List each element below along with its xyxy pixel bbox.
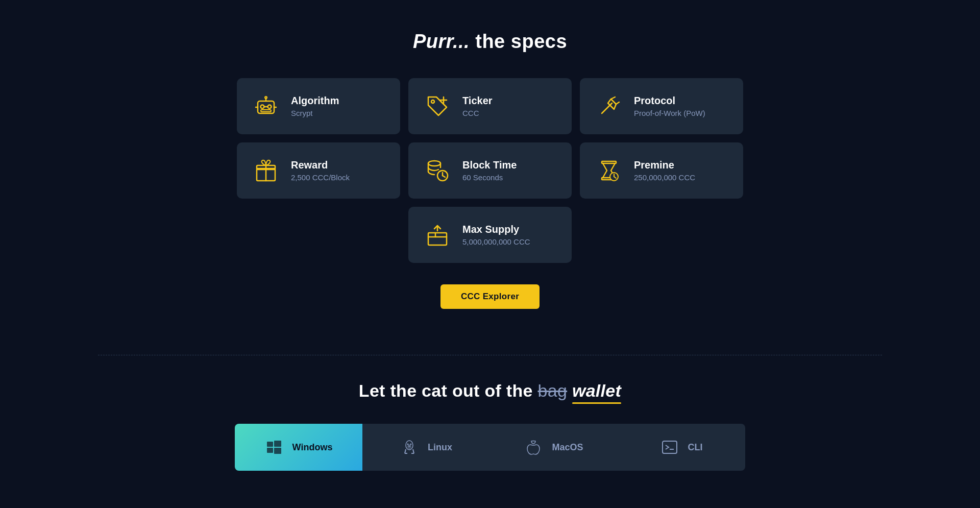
svg-rect-36: [274, 448, 281, 454]
svg-rect-34: [274, 441, 281, 447]
svg-rect-6: [261, 110, 271, 112]
spec-label-protocol: Protocol: [634, 95, 705, 107]
wallet-title-strikethrough: bag: [538, 381, 568, 400]
os-label-windows: Windows: [292, 442, 333, 453]
tag-icon: [424, 92, 451, 120]
linux-icon: [400, 438, 419, 456]
svg-line-23: [443, 176, 445, 177]
spec-text-reward: Reward 2,500 CCC/Block: [291, 159, 350, 182]
windows-icon: [265, 438, 283, 456]
spec-text-algorithm: Algorithm Scrypt: [291, 95, 339, 117]
spec-value-ticker: CCC: [462, 109, 493, 117]
specs-grid: Algorithm Scrypt T: [235, 78, 745, 263]
spec-value-protocol: Proof-of-Work (PoW): [634, 109, 705, 117]
spec-label-reward: Reward: [291, 159, 350, 171]
spec-value-reward: 2,500 CCC/Block: [291, 173, 350, 182]
database-clock-icon: [424, 157, 451, 184]
spec-label-algorithm: Algorithm: [291, 95, 339, 107]
apple-icon: [524, 438, 543, 456]
svg-line-12: [602, 103, 612, 113]
os-buttons: Windows: [235, 424, 745, 471]
svg-point-18: [428, 161, 440, 166]
spec-card-reward: Reward 2,500 CCC/Block: [237, 142, 400, 199]
spec-text-max-supply: Max Supply 5,000,000,000 CCC: [462, 224, 530, 246]
spec-label-premine: Premine: [634, 159, 695, 171]
terminal-icon: [660, 438, 679, 456]
svg-rect-41: [663, 441, 677, 453]
svg-line-13: [611, 97, 615, 99]
specs-section: Purr... the specs: [0, 31, 980, 329]
spec-label-max-supply: Max Supply: [462, 224, 530, 235]
specs-title: Purr... the specs: [413, 31, 567, 53]
page-wrapper: Purr... the specs: [0, 0, 980, 508]
spec-text-block-time: Block Time 60 Seconds: [462, 159, 517, 182]
svg-rect-24: [602, 161, 616, 163]
os-label-macos: MacOS: [552, 442, 583, 453]
spec-value-max-supply: 5,000,000,000 CCC: [462, 237, 530, 246]
spec-text-protocol: Protocol Proof-of-Work (PoW): [634, 95, 705, 117]
os-button-linux[interactable]: Linux: [362, 424, 490, 471]
wallet-title: Let the cat out of the bag wallet: [359, 381, 621, 401]
section-divider: [98, 355, 882, 355]
wallet-section: Let the cat out of the bag wallet Window…: [0, 381, 980, 486]
pickaxe-icon: [595, 92, 623, 120]
wallet-title-italic: wallet: [572, 381, 621, 401]
specs-row-2: Reward 2,500 CCC/Block: [235, 142, 745, 199]
spec-label-ticker: Ticker: [462, 95, 493, 107]
os-label-linux: Linux: [428, 442, 452, 453]
spec-text-premine: Premine 250,000,000 CCC: [634, 159, 695, 182]
spec-card-max-supply: Max Supply 5,000,000,000 CCC: [408, 207, 572, 263]
spec-card-protocol: Protocol Proof-of-Work (PoW): [580, 78, 743, 134]
spec-value-block-time: 60 Seconds: [462, 173, 517, 182]
os-button-cli[interactable]: CLI: [618, 424, 745, 471]
spec-card-premine: Premine 250,000,000 CCC: [580, 142, 743, 199]
svg-point-38: [407, 444, 411, 449]
spec-label-block-time: Block Time: [462, 159, 517, 171]
svg-point-39: [407, 444, 409, 445]
spec-value-premine: 250,000,000 CCC: [634, 173, 695, 182]
gift-icon: [252, 157, 280, 184]
robot-icon: [252, 92, 280, 120]
spec-card-ticker: Ticker CCC: [408, 78, 572, 134]
svg-point-40: [410, 444, 412, 445]
spec-card-algorithm: Algorithm Scrypt: [237, 78, 400, 134]
svg-line-14: [616, 102, 619, 104]
svg-point-9: [431, 100, 434, 103]
specs-row-1: Algorithm Scrypt T: [235, 78, 745, 134]
os-button-windows[interactable]: Windows: [235, 424, 362, 471]
specs-row-3: Max Supply 5,000,000,000 CCC: [235, 207, 745, 263]
specs-title-italic: Purr...: [413, 31, 470, 52]
os-button-macos[interactable]: MacOS: [490, 424, 618, 471]
box-upload-icon: [424, 221, 451, 249]
os-label-cli: CLI: [688, 442, 703, 453]
svg-rect-35: [267, 448, 273, 453]
specs-title-normal: the specs: [470, 31, 567, 52]
spec-text-ticker: Ticker CCC: [462, 95, 493, 117]
wallet-title-prefix: Let the cat out of the: [359, 381, 538, 400]
svg-rect-29: [428, 233, 447, 245]
spec-card-block-time: Block Time 60 Seconds: [408, 142, 572, 199]
svg-rect-33: [267, 442, 273, 447]
hourglass-icon: [595, 157, 623, 184]
spec-value-algorithm: Scrypt: [291, 109, 339, 117]
explorer-button[interactable]: CCC Explorer: [440, 284, 540, 309]
